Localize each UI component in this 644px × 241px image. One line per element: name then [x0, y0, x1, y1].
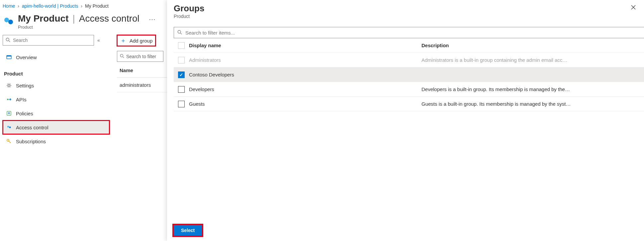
svg-point-1: [8, 20, 13, 24]
search-icon: [120, 54, 124, 59]
panel-search-input[interactable]: [185, 30, 641, 36]
add-group-button[interactable]: ＋ Add group: [117, 35, 156, 46]
sidebar-section-product: Product: [3, 64, 110, 78]
sidebar-item-label: Subscriptions: [16, 139, 46, 144]
row-desc: Administrators is a built-in group conta…: [421, 57, 644, 63]
row-name: Contoso Developers: [189, 72, 421, 77]
search-icon: [177, 30, 182, 36]
grid-row-guests[interactable]: Guests Guests is a built-in group. Its m…: [174, 97, 644, 111]
sidebar-item-overview[interactable]: Overview: [3, 50, 110, 64]
content-filter[interactable]: Search to filter: [117, 51, 163, 62]
row-checkbox[interactable]: [178, 71, 185, 78]
title-separator: |: [72, 13, 75, 24]
col-name: Name: [120, 67, 133, 73]
col-display-name[interactable]: Display name: [189, 43, 421, 48]
resource-type: Product: [18, 25, 156, 30]
sidebar-item-access-control[interactable]: Access control: [3, 120, 110, 134]
panel-title: Groups: [174, 3, 204, 14]
search-icon: [6, 38, 10, 43]
svg-rect-5: [7, 56, 11, 57]
row-checkbox[interactable]: [178, 86, 185, 93]
row-desc: Guests is a built-in group. Its membersh…: [421, 101, 644, 107]
svg-line-15: [180, 33, 182, 34]
gear-icon: [6, 82, 12, 88]
row-desc: Developers is a built-in group. Its memb…: [421, 86, 644, 92]
chevron-right-icon: ›: [18, 3, 19, 9]
add-group-label: Add group: [130, 38, 152, 44]
sidebar-item-subscriptions[interactable]: Subscriptions: [3, 134, 110, 148]
sidebar-search[interactable]: [3, 35, 94, 46]
svg-point-6: [8, 84, 10, 86]
overview-icon: [6, 54, 12, 60]
key-icon: [6, 138, 12, 144]
sidebar-item-label: Policies: [16, 111, 33, 116]
panel-subtitle: Product: [174, 14, 204, 19]
col-description[interactable]: Description: [421, 43, 644, 48]
grid-row-developers[interactable]: Developers Developers is a built-in grou…: [174, 82, 644, 97]
sidebar-item-settings[interactable]: Settings: [3, 78, 110, 92]
row-name: Administrators: [189, 57, 421, 63]
svg-point-9: [7, 126, 9, 128]
sidebar-item-label: APIs: [16, 97, 27, 102]
svg-point-14: [178, 30, 181, 33]
cell-name: administrators: [120, 82, 151, 88]
page-title: My Product: [18, 13, 68, 24]
grid-row-administrators: Administrators Administrators is a built…: [174, 53, 644, 67]
policies-icon: [6, 110, 12, 116]
more-button[interactable]: ⋯: [149, 15, 156, 23]
breadcrumb-service[interactable]: apim-hello-world | Products: [22, 3, 78, 9]
sidebar-item-label: Overview: [16, 55, 37, 60]
sidebar-item-apis[interactable]: APIs: [3, 92, 110, 106]
sidebar-search-input[interactable]: [12, 37, 91, 43]
grid-row-contoso-developers[interactable]: Contoso Developers: [174, 67, 644, 82]
close-icon: [631, 5, 636, 10]
page-section: Access control: [79, 13, 139, 24]
product-icon: [3, 15, 15, 27]
svg-point-12: [120, 54, 123, 57]
close-button[interactable]: [629, 3, 637, 12]
breadcrumb-home[interactable]: Home: [3, 3, 15, 9]
row-checkbox: [178, 57, 185, 63]
svg-point-0: [4, 18, 9, 22]
select-button[interactable]: Select: [174, 225, 202, 236]
plus-icon: ＋: [120, 37, 126, 45]
apis-icon: [6, 96, 12, 102]
grid-header: Display name Description: [174, 38, 644, 53]
filter-placeholder: Search to filter: [126, 54, 156, 59]
groups-panel: Groups Product Display name Description …: [167, 0, 644, 241]
collapse-sidebar-button[interactable]: «: [96, 36, 101, 44]
svg-point-2: [6, 38, 9, 41]
chevron-right-icon: ›: [81, 3, 82, 9]
sidebar-item-policies[interactable]: Policies: [3, 106, 110, 120]
select-all-checkbox[interactable]: [178, 42, 185, 49]
svg-point-10: [9, 127, 11, 128]
sidebar-item-label: Settings: [16, 83, 34, 88]
svg-rect-8: [7, 111, 11, 115]
people-icon: [6, 124, 12, 130]
row-name: Developers: [189, 86, 421, 92]
svg-line-13: [123, 57, 124, 58]
panel-search[interactable]: [174, 27, 644, 38]
svg-line-3: [9, 41, 10, 42]
row-name: Guests: [189, 101, 421, 107]
sidebar: « Overview Product Settings APIs Poli: [0, 32, 110, 148]
breadcrumb-current: My Product: [85, 3, 109, 9]
svg-point-7: [7, 99, 8, 100]
row-checkbox[interactable]: [178, 101, 185, 107]
sidebar-item-label: Access control: [16, 125, 48, 130]
